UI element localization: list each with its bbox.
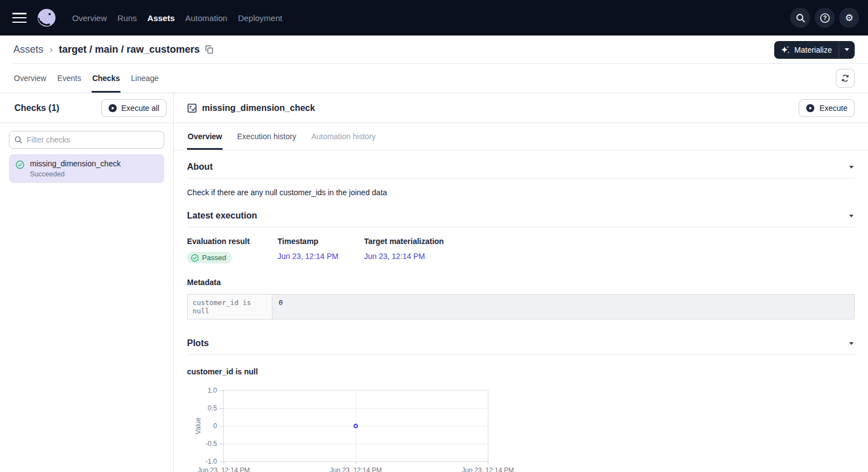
gear-icon: ⚙ — [845, 13, 853, 23]
y-tick-label: 0.5 — [208, 404, 217, 412]
primary-nav: Overview Runs Assets Automation Deployme… — [72, 13, 282, 23]
detail-tab-execution-history[interactable]: Execution history — [236, 123, 297, 150]
help-button[interactable]: ? — [815, 8, 835, 28]
timestamp-label: Timestamp — [277, 237, 364, 246]
nav-overview[interactable]: Overview — [72, 13, 107, 23]
sidebar-header: Checks (1) Execute all — [0, 93, 173, 123]
nav-runs[interactable]: Runs — [118, 13, 137, 23]
menu-icon[interactable] — [12, 13, 27, 23]
breadcrumb-row: Assets › target / main / raw_customers M… — [0, 35, 868, 64]
execution-summary: Evaluation result Passed — [187, 227, 855, 263]
tab-overview[interactable]: Overview — [13, 64, 47, 93]
asset-check-icon — [187, 103, 197, 113]
execute-button[interactable]: Execute — [799, 99, 855, 117]
y-tick — [220, 408, 224, 409]
passed-badge: Passed — [187, 252, 232, 263]
content-area: Checks (1) Execute all — [0, 93, 868, 472]
plot-area: 1.00.50-0.5-1.0Jun 23, 12:14 PMJun 23, 1… — [223, 390, 488, 462]
app-window: Overview Runs Assets Automation Deployme… — [0, 0, 868, 472]
checks-count-title: Checks (1) — [14, 103, 59, 113]
check-name: missing_dimension_check — [30, 159, 120, 168]
x-tick-label: Jun 23, 12:14 PM — [198, 466, 250, 472]
x-tick — [356, 461, 356, 464]
y-tick-label: -0.5 — [205, 440, 217, 448]
plots-section: Plots customer_id is null Value 1.00.50-… — [187, 319, 855, 472]
octopus-logo-icon — [36, 7, 58, 29]
latest-execution-heading: Latest execution — [187, 211, 257, 221]
timestamp-link[interactable]: Jun 23, 12:14 PM — [277, 252, 339, 261]
nav-assets[interactable]: Assets — [148, 13, 175, 23]
y-tick — [220, 426, 224, 427]
check-list-item[interactable]: missing_dimension_check Succeeded — [9, 154, 164, 183]
play-icon — [806, 104, 815, 113]
metadata-key-cell: customer_id is null — [188, 295, 272, 319]
check-detail-title: missing_dimension_check — [202, 103, 315, 113]
chevron-down-icon — [849, 215, 854, 217]
plots-heading: Plots — [187, 338, 209, 348]
collapse-latest-execution-button[interactable] — [848, 212, 855, 220]
data-point — [354, 424, 358, 428]
top-nav: Overview Runs Assets Automation Deployme… — [0, 0, 868, 35]
detail-tab-automation-history[interactable]: Automation history — [311, 123, 376, 150]
metadata-table: customer_id is null 0 — [187, 294, 855, 319]
y-tick-label: 0 — [213, 422, 217, 430]
nav-actions: ? ⚙ — [790, 8, 859, 28]
breadcrumb-assets-link[interactable]: Assets — [13, 44, 43, 55]
about-section: About Check if there are any null custom… — [187, 150, 855, 204]
search-icon — [796, 13, 805, 23]
chevron-down-icon — [849, 166, 854, 169]
about-heading: About — [187, 162, 213, 172]
detail-tabs-row: Overview Execution history Automation hi… — [174, 123, 868, 150]
y-tick — [220, 444, 224, 444]
materialize-dropdown-button[interactable] — [839, 41, 855, 59]
nav-deployment[interactable]: Deployment — [238, 13, 282, 23]
play-icon — [108, 104, 117, 113]
x-tick — [488, 461, 488, 464]
x-tick-label: Jun 23, 12:14 PM — [330, 466, 382, 472]
check-description: Check if there are any null customer_ids… — [187, 179, 855, 204]
metadata-heading: Metadata — [187, 278, 855, 287]
detail-body: About Check if there are any null custom… — [174, 150, 868, 472]
breadcrumb: Assets › target / main / raw_customers — [13, 44, 214, 55]
detail-header: missing_dimension_check Execute — [174, 93, 868, 123]
asset-tabs-row: Overview Events Checks Lineage — [0, 64, 868, 93]
detail-tab-overview[interactable]: Overview — [187, 123, 223, 150]
check-status: Succeeded — [30, 170, 120, 178]
tab-lineage[interactable]: Lineage — [130, 64, 159, 93]
refresh-icon — [841, 74, 850, 83]
refresh-button[interactable] — [836, 69, 855, 88]
y-tick-label: 1.0 — [208, 387, 217, 394]
y-tick-label: -1.0 — [205, 458, 217, 465]
dagster-logo[interactable] — [36, 7, 58, 29]
collapse-plots-button[interactable] — [848, 340, 855, 347]
asset-tabs: Overview Events Checks Lineage — [13, 64, 159, 93]
x-tick-label: Jun 23, 12:14 PM — [462, 466, 514, 472]
tab-checks[interactable]: Checks — [92, 64, 120, 93]
collapse-about-button[interactable] — [848, 164, 855, 171]
y-tick — [220, 461, 224, 462]
check-circle-icon — [191, 254, 199, 262]
chevron-down-icon — [849, 342, 854, 345]
search-icon — [14, 136, 22, 144]
checks-sidebar: Checks (1) Execute all — [0, 93, 174, 472]
plot-title: customer_id is null — [187, 367, 855, 376]
settings-button[interactable]: ⚙ — [839, 8, 859, 28]
chevron-right-icon: › — [49, 44, 53, 55]
asset-key-path: target / main / raw_customers — [59, 44, 200, 55]
sparkle-icon — [781, 45, 790, 54]
search-button[interactable] — [790, 8, 810, 28]
svg-text:?: ? — [823, 14, 826, 21]
scatter-chart: Value 1.00.50-0.5-1.0Jun 23, 12:14 PMJun… — [187, 385, 855, 472]
materialize-button[interactable]: Materialize — [774, 41, 839, 59]
materialize-split-button: Materialize — [774, 41, 855, 59]
target-materialization-label: Target materialization — [364, 237, 855, 246]
nav-automation[interactable]: Automation — [185, 13, 228, 23]
target-materialization-link[interactable]: Jun 23, 12:14 PM — [364, 252, 425, 261]
filter-checks-input[interactable] — [9, 131, 164, 149]
execute-all-button[interactable]: Execute all — [101, 99, 166, 117]
copy-icon[interactable] — [205, 45, 214, 54]
latest-execution-section: Latest execution Evaluation result — [187, 204, 855, 319]
chevron-down-icon — [845, 48, 849, 51]
help-icon: ? — [820, 13, 830, 23]
tab-events[interactable]: Events — [57, 64, 82, 93]
